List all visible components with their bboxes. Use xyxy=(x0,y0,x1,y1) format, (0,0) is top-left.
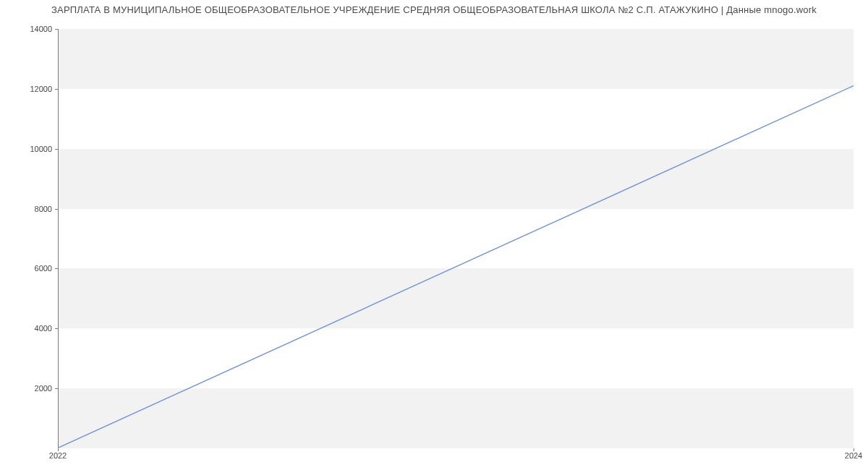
chart-title: ЗАРПЛАТА В МУНИЦИПАЛЬНОЕ ОБЩЕОБРАЗОВАТЕЛ… xyxy=(0,4,868,15)
y-tick-label: 14000 xyxy=(9,25,52,33)
plot-area xyxy=(58,29,854,448)
x-tick-label: 2024 xyxy=(845,451,862,460)
chart-container: ЗАРПЛАТА В МУНИЦИПАЛЬНОЕ ОБЩЕОБРАЗОВАТЕЛ… xyxy=(0,0,868,470)
y-tick-label: 10000 xyxy=(9,145,52,153)
line-series xyxy=(59,29,854,448)
y-tick-label: 12000 xyxy=(9,85,52,93)
y-tick-label: 8000 xyxy=(9,205,52,213)
x-tick-mark xyxy=(854,448,854,451)
y-tick-label: 4000 xyxy=(9,324,52,333)
y-tick-label: 2000 xyxy=(9,384,52,393)
y-tick-label: 6000 xyxy=(9,264,52,273)
x-tick-label: 2022 xyxy=(49,451,67,460)
x-tick-mark xyxy=(58,448,59,451)
